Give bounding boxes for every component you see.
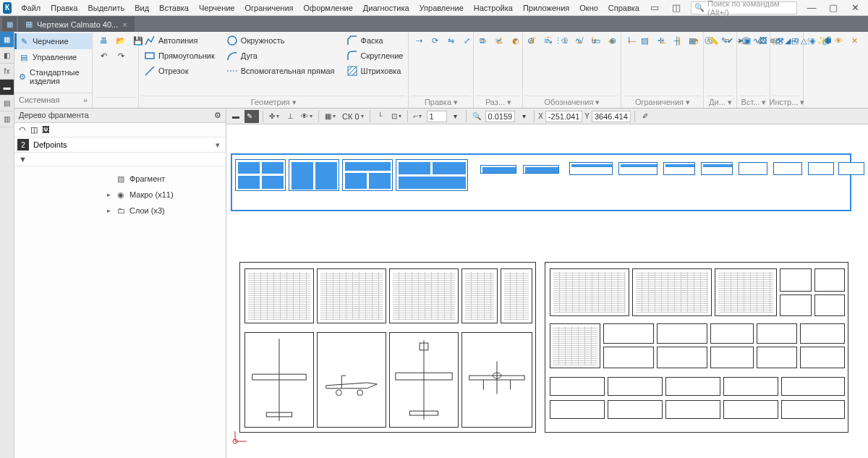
menu-draw[interactable]: Черчение bbox=[194, 1, 240, 14]
insert-frag-button[interactable]: ▣ bbox=[740, 33, 754, 48]
menu-settings[interactable]: Настройка bbox=[469, 1, 518, 14]
tree-item-layers[interactable]: ▸ 🗀 Слои (x3) bbox=[14, 203, 226, 219]
datum-button[interactable]: ▭ bbox=[590, 33, 604, 48]
expand-triangle-icon[interactable]: ▸ bbox=[107, 191, 111, 198]
thumbnail-10[interactable] bbox=[701, 162, 733, 175]
menu-file[interactable]: Файл bbox=[16, 1, 46, 14]
tree-item-macro[interactable]: ▸ ◉ Макро (x11) bbox=[14, 187, 226, 203]
expand-triangle-icon[interactable]: ▸ bbox=[107, 207, 111, 214]
text-button[interactable]: T bbox=[526, 33, 540, 48]
vt-grid[interactable]: ▦ bbox=[323, 110, 338, 123]
circle-button[interactable]: Окружность bbox=[224, 33, 337, 48]
thumbnail-7[interactable] bbox=[569, 162, 613, 175]
thumbnail-1[interactable] bbox=[235, 159, 286, 191]
move-button[interactable]: ⇢ bbox=[412, 33, 426, 48]
vt-cs[interactable]: СК 0 bbox=[340, 110, 366, 123]
chamfer-button[interactable]: Фаска bbox=[344, 33, 406, 48]
tool-2[interactable]: ⛭ bbox=[789, 33, 804, 48]
vt-dropper[interactable]: ✐ bbox=[639, 110, 652, 123]
dim-angle-button[interactable]: ∠ bbox=[493, 33, 507, 48]
thumbnail-3[interactable] bbox=[342, 159, 393, 191]
vt-pencil[interactable]: ✎ bbox=[244, 110, 259, 123]
layer-dropdown-icon[interactable]: ▾ bbox=[213, 140, 223, 150]
left-tab-6[interactable]: ▥ bbox=[0, 111, 14, 127]
vt-scale-field[interactable]: 1 bbox=[427, 111, 447, 122]
menu-help[interactable]: Справка bbox=[603, 1, 644, 14]
undo-button[interactable]: ↶ bbox=[95, 48, 111, 63]
roughness-button[interactable]: √ bbox=[574, 33, 588, 48]
tree-tool-1-icon[interactable]: ◠ bbox=[19, 125, 26, 135]
constr-par-button[interactable]: ∥ bbox=[672, 33, 686, 48]
tree-tool-2-icon[interactable]: ◫ bbox=[30, 125, 38, 135]
menu-format[interactable]: Оформление bbox=[299, 1, 358, 14]
maximize-button[interactable]: ▢ bbox=[823, 1, 843, 15]
drawing-canvas[interactable] bbox=[226, 124, 868, 458]
mode-manage[interactable]: ▤Управление bbox=[14, 49, 92, 65]
fillet-button[interactable]: Скругление bbox=[344, 48, 406, 63]
vt-step-field[interactable]: 0.0159 bbox=[485, 111, 516, 122]
thumbnail-9[interactable] bbox=[663, 162, 695, 175]
open-button[interactable]: 📂 bbox=[113, 33, 129, 48]
left-tab-3[interactable]: fx bbox=[0, 64, 14, 80]
constr-del-button[interactable]: ✕ bbox=[847, 33, 861, 48]
thumbnail-11[interactable] bbox=[739, 162, 767, 175]
vt-ortho[interactable]: ⊥ bbox=[284, 110, 297, 123]
drawing-sheet-left[interactable] bbox=[239, 262, 536, 433]
menu-constraints[interactable]: Ограничения bbox=[239, 1, 298, 14]
segment-button[interactable]: Отрезок bbox=[142, 64, 217, 78]
constr-h-button[interactable]: — bbox=[624, 33, 639, 48]
menu-manage[interactable]: Управление bbox=[414, 1, 469, 14]
vt-align[interactable]: ⊡ bbox=[389, 110, 404, 123]
check-button[interactable]: ✔ bbox=[723, 33, 737, 48]
vt-scale-drop[interactable]: ▾ bbox=[449, 110, 462, 123]
home-tab-icon[interactable]: ▦ bbox=[2, 17, 17, 31]
tree-tool-3-icon[interactable]: 🖼 bbox=[42, 125, 50, 135]
drawing-sheet-right[interactable] bbox=[545, 262, 848, 433]
thumbnail-4[interactable] bbox=[396, 159, 468, 191]
vt-snap[interactable]: ✜ bbox=[267, 110, 281, 123]
vt-y-field[interactable]: 3646.414 bbox=[592, 111, 631, 122]
rectangle-button[interactable]: Прямоугольник bbox=[142, 48, 217, 63]
menu-insert[interactable]: Вставка bbox=[154, 1, 194, 14]
filter-row[interactable]: ▼ bbox=[14, 153, 226, 166]
constr-v-button[interactable]: | bbox=[640, 33, 655, 48]
left-tab-5[interactable]: ▤ bbox=[0, 96, 14, 111]
menu-edit[interactable]: Правка bbox=[46, 1, 82, 14]
leader-button[interactable]: ↘ bbox=[542, 33, 556, 48]
thumbnail-5[interactable] bbox=[480, 165, 516, 174]
expand-icon[interactable]: ▾ bbox=[292, 98, 297, 107]
menu-apps[interactable]: Приложения bbox=[518, 1, 574, 14]
gear-icon[interactable]: ⚙ bbox=[214, 111, 221, 120]
left-tab-2[interactable]: ◧ bbox=[0, 48, 14, 64]
vt-dock[interactable]: ⌐ bbox=[412, 110, 425, 123]
layout-split-icon[interactable]: ◫ bbox=[666, 1, 686, 15]
autoline-button[interactable]: Автолиния bbox=[142, 33, 217, 48]
constr-tan-button[interactable]: ◔ bbox=[688, 33, 702, 48]
tolerance-button[interactable]: ⊕ bbox=[605, 33, 620, 48]
menu-select[interactable]: Выделить bbox=[82, 1, 129, 14]
document-tab[interactable]: ▦ Чертежи Calmato 40... × bbox=[18, 17, 135, 32]
chevron-icon[interactable]: » bbox=[83, 96, 88, 104]
layout-single-icon[interactable]: ▭ bbox=[644, 1, 665, 15]
thumbnail-14[interactable] bbox=[838, 162, 864, 175]
dim-linear-button[interactable]: ↔ bbox=[477, 33, 491, 48]
close-button[interactable]: ✕ bbox=[845, 1, 865, 15]
thumbnail-2[interactable] bbox=[289, 159, 339, 191]
mode-drawing[interactable]: ✎Черчение bbox=[14, 33, 92, 49]
rotate-button[interactable]: ⟳ bbox=[427, 33, 442, 48]
thumbnail-8[interactable] bbox=[618, 162, 658, 175]
expand-icon[interactable]: ▾ bbox=[454, 98, 458, 107]
dim-radius-button[interactable]: ◐ bbox=[509, 33, 523, 48]
tool-3[interactable]: ◈ bbox=[805, 33, 820, 48]
vt-step-drop[interactable]: ▾ bbox=[517, 110, 530, 123]
thumbnail-6[interactable] bbox=[523, 165, 559, 174]
balloon-button[interactable]: ① bbox=[558, 33, 572, 48]
tree-item-fragment[interactable]: ▧ Фрагмент bbox=[14, 171, 226, 187]
vt-axis[interactable]: └ bbox=[374, 110, 387, 123]
left-tab-1[interactable]: ▦ bbox=[0, 32, 14, 48]
print-button[interactable]: 🖶 bbox=[95, 33, 111, 48]
hatch-button[interactable]: Штриховка bbox=[344, 64, 406, 78]
redo-button[interactable]: ↷ bbox=[113, 48, 129, 63]
vt-close[interactable]: ▬ bbox=[229, 110, 242, 123]
command-search-input[interactable]: 🔍 Поиск по командам (Alt+/) bbox=[691, 1, 797, 14]
